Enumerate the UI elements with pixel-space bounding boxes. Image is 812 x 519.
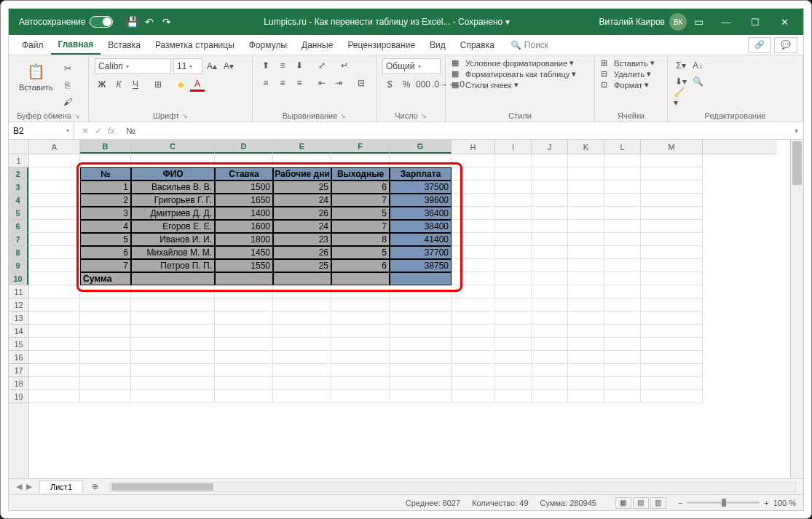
share-button[interactable]: 🔗	[748, 37, 771, 53]
align-bottom-icon[interactable]: ⬇	[292, 58, 307, 73]
cell[interactable]	[331, 298, 390, 312]
tab-formulas[interactable]: Формулы	[242, 35, 294, 55]
cell[interactable]	[641, 194, 703, 207]
cell[interactable]	[532, 233, 568, 246]
row-header[interactable]: 2	[9, 167, 28, 181]
cell[interactable]	[390, 377, 452, 390]
row-header[interactable]: 4	[9, 194, 28, 207]
cell[interactable]: 6	[331, 181, 390, 194]
cell[interactable]	[80, 285, 131, 298]
cell[interactable]	[532, 194, 568, 207]
cell[interactable]	[80, 351, 131, 364]
tab-insert[interactable]: Вставка	[100, 35, 148, 55]
row-header[interactable]: 16	[9, 351, 28, 364]
cell[interactable]	[568, 272, 604, 285]
cell[interactable]	[568, 312, 604, 325]
cell[interactable]: 1	[80, 181, 131, 194]
cell[interactable]	[390, 312, 452, 325]
cell[interactable]	[495, 207, 532, 220]
format-cells-button[interactable]: ⊡ Формат▾	[601, 80, 649, 90]
cell[interactable]	[452, 377, 495, 390]
cell[interactable]	[331, 325, 390, 338]
cell[interactable]: 2	[80, 194, 131, 207]
column-header[interactable]: B	[80, 140, 131, 154]
column-header[interactable]: G	[390, 140, 452, 154]
cell[interactable]	[390, 272, 452, 285]
cell[interactable]	[29, 390, 80, 403]
fill-icon[interactable]: ⬇▾	[674, 74, 688, 89]
column-header[interactable]: L	[604, 140, 641, 154]
align-left-icon[interactable]: ≡	[259, 76, 273, 90]
normal-view-button[interactable]: ▦	[615, 497, 631, 509]
find-icon[interactable]: 🔍	[690, 74, 705, 89]
cell[interactable]: 1400	[215, 207, 273, 220]
cell[interactable]: 5	[331, 207, 390, 220]
cell[interactable]	[273, 390, 331, 403]
avatar[interactable]: ВК	[669, 13, 687, 31]
indent-increase-icon[interactable]: ⇥	[331, 76, 346, 90]
cell[interactable]	[604, 233, 641, 246]
cell[interactable]	[604, 285, 641, 298]
cell[interactable]	[29, 338, 80, 351]
cell[interactable]	[568, 207, 604, 220]
cell[interactable]	[215, 298, 273, 312]
cell[interactable]: Дмитриев Д. Д.	[131, 207, 215, 220]
wrap-text-icon[interactable]: ↵	[337, 58, 352, 73]
cell[interactable]	[532, 390, 568, 403]
cell[interactable]	[495, 285, 532, 298]
cell[interactable]: 5	[331, 246, 390, 259]
row-header[interactable]: 5	[9, 207, 28, 220]
cell[interactable]	[532, 312, 568, 325]
row-header[interactable]: 9	[9, 259, 28, 272]
cell[interactable]	[131, 154, 215, 167]
row-header[interactable]: 7	[9, 233, 28, 246]
cell[interactable]	[331, 338, 390, 351]
insert-cells-button[interactable]: ⊞ Вставить▾	[601, 58, 655, 68]
zoom-out-button[interactable]: −	[678, 499, 682, 507]
cell[interactable]	[131, 325, 215, 338]
cell[interactable]	[641, 272, 703, 285]
orientation-icon[interactable]: ⤢	[315, 58, 329, 73]
cell[interactable]: Петров П. П.	[131, 259, 215, 272]
cell[interactable]	[568, 154, 604, 167]
cell[interactable]: 37700	[390, 246, 452, 259]
cell[interactable]: 24	[273, 220, 331, 233]
cell[interactable]	[604, 377, 641, 390]
zoom-in-button[interactable]: +	[764, 499, 768, 507]
percent-icon[interactable]: %	[399, 77, 414, 92]
expand-formula-icon[interactable]: ▾	[789, 127, 803, 135]
merge-icon[interactable]: ⊟	[354, 76, 368, 90]
row-header[interactable]: 18	[9, 377, 28, 390]
number-format-combo[interactable]: Общий▾	[382, 58, 441, 74]
cell[interactable]: Васильев В. В.	[131, 181, 215, 194]
cell[interactable]: 36400	[390, 207, 452, 220]
italic-button[interactable]: К	[111, 77, 126, 92]
cell[interactable]	[495, 390, 532, 403]
cell[interactable]: 26	[273, 207, 331, 220]
cell[interactable]	[568, 325, 604, 338]
currency-icon[interactable]: $	[382, 77, 397, 92]
cell[interactable]	[532, 377, 568, 390]
cell[interactable]	[80, 364, 131, 377]
cell[interactable]	[29, 259, 80, 272]
fx-icon[interactable]: fx	[108, 126, 114, 136]
name-box[interactable]: B2▾	[9, 122, 74, 139]
row-header[interactable]: 14	[9, 325, 28, 338]
tab-view[interactable]: Вид	[422, 35, 453, 55]
cell[interactable]: 6	[80, 246, 131, 259]
cell[interactable]: 3	[80, 207, 131, 220]
cell[interactable]	[273, 377, 331, 390]
cell[interactable]	[604, 351, 641, 364]
cell[interactable]	[452, 312, 495, 325]
cell[interactable]: Григорьев Г. Г.	[131, 194, 215, 207]
cell[interactable]	[331, 285, 390, 298]
conditional-format-button[interactable]: ▦ Условное форматирование▾	[452, 58, 574, 68]
cell[interactable]	[29, 220, 80, 233]
minimize-button[interactable]: —	[712, 9, 741, 35]
cancel-icon[interactable]: ✕	[82, 126, 89, 136]
cell[interactable]	[532, 207, 568, 220]
cell[interactable]	[215, 285, 273, 298]
cell[interactable]	[568, 351, 604, 364]
align-middle-icon[interactable]: ≡	[275, 58, 290, 73]
cell[interactable]	[29, 377, 80, 390]
